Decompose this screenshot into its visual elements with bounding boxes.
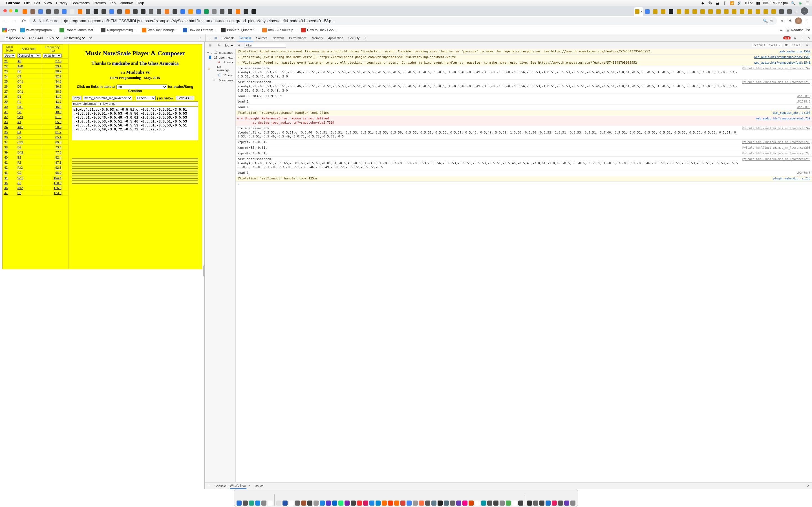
browser-tab[interactable] <box>29 7 37 16</box>
clear-console-icon[interactable]: ⊘ <box>215 43 222 47</box>
note-link[interactable]: D#2 <box>16 150 42 155</box>
source-link[interactable]: web_audio.htm?vsmudcube=YdaS:739 <box>756 117 810 125</box>
back-button[interactable]: ← <box>2 17 9 24</box>
bookmark-item[interactable]: How to Hack Goo… <box>301 28 337 33</box>
note-link[interactable]: A1 <box>16 119 42 124</box>
source-link[interactable]: VM2398:5 <box>797 94 810 99</box>
devtools-tab-elements[interactable]: Elements <box>219 34 237 41</box>
drawer-tab-whatsnew[interactable]: What's New <box>230 483 246 489</box>
midi-link[interactable]: 24 <box>3 74 16 79</box>
browser-tab[interactable] <box>659 7 667 16</box>
browser-tab[interactable] <box>683 7 691 16</box>
browser-tab[interactable] <box>52 7 60 16</box>
source-link[interactable]: dom_request_xhr.js:107 <box>773 111 810 115</box>
console-message[interactable]: [Violation] 'setTimeout' handler took 12… <box>236 176 812 182</box>
browser-tab[interactable] <box>210 7 218 16</box>
apps-shortcut[interactable]: Apps <box>2 28 16 33</box>
browser-tab[interactable] <box>147 7 155 16</box>
control-center-icon[interactable]: ☰ <box>805 1 810 5</box>
browser-tab[interactable] <box>139 7 147 16</box>
browser-tab[interactable] <box>722 7 730 16</box>
freq-link[interactable]: 30.9 <box>42 69 63 74</box>
browser-tab[interactable] <box>163 7 171 16</box>
console-message[interactable]: load 1VM2398:5 <box>236 105 812 110</box>
dropbox-icon[interactable]: ⬓ <box>715 1 720 5</box>
source-link[interactable]: MyScale.html?instrum…mas_mr_lawrence:208 <box>742 140 810 145</box>
freq-link[interactable]: 38.9 <box>42 89 63 94</box>
browser-tab[interactable] <box>171 7 179 16</box>
menu-tab[interactable]: Tab <box>110 1 116 5</box>
freq-link[interactable]: 41.2 <box>42 94 63 99</box>
play-icon[interactable] <box>63 165 68 170</box>
play-button[interactable]: Play <box>72 96 82 100</box>
bookmark-item[interactable]: html - Absolute p… <box>262 28 297 33</box>
browser-tab[interactable] <box>92 7 100 16</box>
play-icon[interactable] <box>63 190 68 195</box>
browser-tab[interactable] <box>785 7 794 16</box>
input-icon[interactable]: ⌨ <box>763 1 768 5</box>
midi-link[interactable]: 31 <box>3 109 16 114</box>
freq-link[interactable]: 65.4 <box>42 135 63 140</box>
device-toggle-icon[interactable]: ▭ <box>212 36 219 40</box>
freq-link[interactable]: 116.5 <box>42 185 63 190</box>
console-message[interactable]: load 1VM2460:5 <box>236 170 812 176</box>
console-message[interactable]: post abscissacheck slowby4,51,-0.5,53,-0… <box>236 80 812 94</box>
browser-tab[interactable] <box>76 7 84 16</box>
play-icon[interactable] <box>63 175 68 180</box>
browser-tab[interactable] <box>123 7 132 16</box>
freq-link[interactable]: 123.5 <box>42 190 63 195</box>
new-tab-button[interactable]: + <box>794 10 801 16</box>
note-link[interactable]: B0 <box>16 69 42 74</box>
freq-link[interactable]: 55.0 <box>42 119 63 124</box>
note-link[interactable]: C#1 <box>16 79 42 84</box>
note-link[interactable]: F#2 <box>16 165 42 170</box>
menubar-clock[interactable]: Fri 2:57 pm <box>770 1 788 5</box>
play-icon[interactable] <box>63 64 68 69</box>
reload-button[interactable]: ⟳ <box>20 17 27 24</box>
note-link[interactable]: G1 <box>16 109 42 114</box>
menu-history[interactable]: History <box>56 1 67 5</box>
sidebar-filter[interactable]: ⠿5 verbose <box>205 78 236 82</box>
midi-link[interactable]: 38 <box>3 145 16 150</box>
freq-link[interactable]: 87.3 <box>42 160 63 165</box>
note-link[interactable]: D#1 <box>16 89 42 94</box>
midi-link[interactable]: 32 <box>3 114 16 119</box>
freq-link[interactable]: 92.5 <box>42 165 63 170</box>
browser-tab[interactable] <box>667 7 675 16</box>
play-icon[interactable] <box>63 140 68 145</box>
midi-link[interactable]: 35 <box>3 129 16 135</box>
browser-tab[interactable] <box>651 7 659 16</box>
console-message[interactable]: pre abscissacheck slowby4,51;c,-0.5,53;c… <box>236 126 812 140</box>
chrome-menu-icon[interactable]: ⋮ <box>804 18 810 23</box>
log-levels-select[interactable]: Default levels ▾ <box>752 43 782 47</box>
play-icon[interactable] <box>63 84 68 89</box>
wifi-icon[interactable]: 📶 <box>730 1 734 5</box>
note-link[interactable]: A0 <box>16 59 42 64</box>
play-icon[interactable] <box>63 94 68 99</box>
devtools-tab-performance[interactable]: Performance <box>287 34 309 41</box>
source-link[interactable]: MyScale.html?instrum…mas_mr_lawrence:250 <box>742 80 810 93</box>
browser-tab[interactable] <box>187 7 195 16</box>
note-link[interactable]: A2 <box>16 180 42 185</box>
devtools-tab-sources[interactable]: Sources <box>253 34 270 41</box>
source-link[interactable]: web_audio.htm?vsmudcube=YdaS:1548 <box>754 61 810 65</box>
spotlight-icon[interactable]: 🔍 <box>791 1 795 5</box>
browser-tab[interactable] <box>202 7 210 16</box>
midi-link[interactable]: 28 <box>3 94 16 99</box>
freq-link[interactable]: 77.8 <box>42 150 63 155</box>
device-select[interactable]: Responsive <box>3 36 26 40</box>
drawer-tab-console[interactable]: Console <box>214 484 226 488</box>
omnibox[interactable]: ⚠ Not Secure | rjmprogramming.com.au/HTM… <box>29 17 777 25</box>
freq-link[interactable]: 61.7 <box>42 129 63 135</box>
bookmarks-overflow[interactable]: » <box>780 28 782 32</box>
play-icon[interactable] <box>63 104 68 109</box>
browser-tab[interactable] <box>691 7 699 16</box>
menu-view[interactable]: View <box>44 1 52 5</box>
devtools-tab-console[interactable]: Console <box>237 34 253 41</box>
midi-link[interactable]: 30 <box>3 104 16 109</box>
play-icon[interactable] <box>63 155 68 160</box>
browser-tab[interactable] <box>195 7 202 16</box>
midi-link[interactable]: 41 <box>3 160 16 165</box>
freq-link[interactable]: 51.9 <box>42 114 63 119</box>
menu-help[interactable]: Help <box>137 1 144 5</box>
